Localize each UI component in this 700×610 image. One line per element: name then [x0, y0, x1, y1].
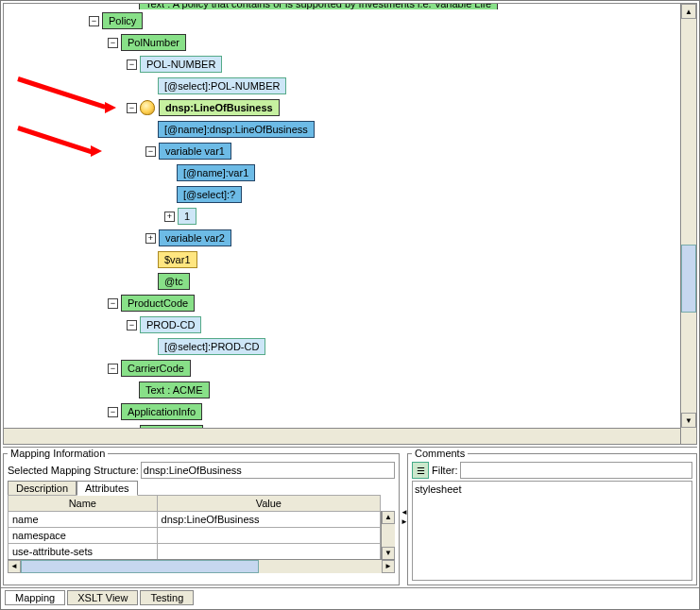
cell-name[interactable]: use-attribute-sets	[9, 544, 158, 560]
node-label[interactable]: @tc	[158, 273, 190, 290]
tree-node[interactable]: [@select]:POL-NUMBER	[89, 76, 680, 96]
table-row[interactable]: namespace	[9, 528, 381, 544]
collapse-icon[interactable]: −	[108, 364, 118, 374]
app-window: Text : A policy that contains or is supp…	[0, 0, 700, 610]
node-label[interactable]: $var1	[158, 251, 197, 268]
node-label[interactable]: Text : A policy that contains or is supp…	[139, 4, 498, 9]
scroll-up-button[interactable]: ▲	[681, 4, 696, 19]
node-label[interactable]: PROD-CD	[140, 316, 201, 333]
node-label[interactable]: [@select]:?	[177, 186, 242, 203]
tree-node[interactable]: −PolNumber	[89, 32, 680, 53]
cell-name[interactable]: namespace	[9, 528, 158, 544]
table-row[interactable]: use-attribute-sets	[9, 544, 381, 560]
comments-panel: Comments ☰ Filter: stylesheet	[407, 448, 697, 585]
structure-label: Selected Mapping Structure:	[8, 465, 139, 476]
horizontal-scrollbar[interactable]	[4, 428, 680, 444]
tree-node[interactable]: −Policy	[89, 10, 680, 31]
comments-legend: Comments	[412, 448, 468, 459]
collapse-icon[interactable]: −	[108, 407, 118, 417]
collapse-icon[interactable]: −	[89, 16, 99, 26]
btab-testing[interactable]: Testing	[140, 590, 194, 605]
tree-node[interactable]: −ApplicationInfo	[89, 401, 680, 422]
mapping-info-panel: Mapping Information Selected Mapping Str…	[3, 448, 400, 585]
tree-node[interactable]: −variable var1	[89, 141, 680, 161]
vertical-scrollbar[interactable]: ▲ ▼	[680, 4, 696, 444]
comment-item[interactable]: stylesheet	[415, 483, 690, 495]
btab-xslt[interactable]: XSLT View	[67, 590, 138, 605]
tab-attributes[interactable]: Attributes	[77, 481, 137, 496]
tree-node[interactable]: [@select]:PROD-CD	[89, 336, 680, 357]
node-label[interactable]: Policy	[102, 12, 143, 29]
tree-viewport[interactable]: Text : A policy that contains or is supp…	[4, 4, 680, 428]
node-label[interactable]: variable var2	[159, 229, 231, 246]
node-label[interactable]: ApplicationInfo	[121, 403, 202, 420]
node-label[interactable]: [@name]:var1	[177, 164, 255, 181]
node-label[interactable]: dnsp:LineOfBusiness	[159, 99, 280, 116]
attributes-table: Name Value namednsp:LineOfBusinessnamesp…	[8, 495, 381, 560]
mapping-legend: Mapping Information	[8, 448, 108, 459]
cell-value[interactable]: dnsp:LineOfBusiness	[157, 512, 380, 528]
node-label[interactable]: [@select]:POL-NUMBER	[158, 77, 286, 94]
collapse-icon[interactable]: −	[127, 320, 137, 330]
tab-description[interactable]: Description	[8, 481, 77, 496]
btab-mapping[interactable]: Mapping	[5, 590, 65, 605]
col-value[interactable]: Value	[157, 496, 380, 512]
structure-input[interactable]	[141, 462, 395, 479]
splitter-left-icon: ◄	[401, 508, 406, 516]
attributes-table-wrap: Name Value namednsp:LineOfBusinessnamesp…	[8, 495, 395, 573]
tree-node[interactable]: +variable var2	[89, 228, 680, 248]
tree-node[interactable]: Text : ACME	[89, 380, 680, 400]
filter-label: Filter:	[432, 465, 458, 476]
tree-node[interactable]: @tc	[89, 271, 680, 292]
col-name[interactable]: Name	[9, 496, 158, 512]
expand-icon[interactable]: +	[164, 212, 175, 222]
node-label[interactable]: POL-NUMBER	[140, 56, 222, 73]
node-label[interactable]: Text : ACME	[139, 381, 210, 398]
collapse-icon[interactable]: −	[127, 59, 137, 70]
table-row[interactable]: namednsp:LineOfBusiness	[9, 512, 381, 528]
tree-node[interactable]: [@select]:?	[89, 184, 680, 205]
table-hscroll[interactable]: ◄ ►	[8, 559, 395, 573]
scroll-down-button[interactable]: ▼	[681, 413, 696, 428]
cell-name[interactable]: name	[9, 512, 158, 528]
tree-node[interactable]: −POL-NUMBER	[89, 54, 680, 75]
table-scroll-up[interactable]: ▲	[382, 511, 395, 524]
node-label[interactable]: [@name]:dnsp:LineOfBusiness	[158, 121, 315, 138]
tree-node[interactable]: [@name]:var1	[89, 162, 680, 183]
tree-node[interactable]: $var1	[89, 249, 680, 270]
table-scroll-left[interactable]: ◄	[8, 560, 21, 573]
bottom-tab-bar: Mapping XSLT View Testing	[1, 587, 699, 609]
comments-list[interactable]: stylesheet	[412, 481, 692, 581]
node-label[interactable]: [@select]:PROD-CD	[158, 338, 265, 355]
collapse-icon[interactable]: −	[145, 146, 156, 157]
filter-input[interactable]	[460, 462, 693, 479]
node-label[interactable]: variable var1	[159, 143, 231, 160]
collapse-icon[interactable]: −	[127, 103, 137, 113]
table-scroll-down[interactable]: ▼	[382, 547, 395, 560]
filter-icon[interactable]: ☰	[412, 462, 429, 479]
cell-value[interactable]	[157, 528, 380, 544]
table-vscroll[interactable]: ▲ ▼	[381, 511, 395, 560]
cell-value[interactable]	[157, 544, 380, 560]
splitter-right-icon: ►	[401, 517, 406, 525]
bottom-panels: Mapping Information Selected Mapping Str…	[3, 447, 697, 585]
node-label[interactable]: ProductCode	[121, 295, 195, 312]
panel-splitter[interactable]: ◄ ►	[400, 448, 407, 585]
tree-node[interactable]: −CarrierCode	[89, 358, 680, 379]
lightbulb-icon	[140, 100, 155, 115]
node-label[interactable]: 1	[178, 208, 196, 225]
node-label[interactable]: PolNumber	[121, 34, 186, 51]
collapse-icon[interactable]: −	[108, 298, 118, 309]
tree-node[interactable]: +1	[89, 206, 680, 227]
collapse-icon[interactable]: −	[108, 38, 118, 48]
tree-node[interactable]: −ProductCode	[89, 293, 680, 313]
tree-node[interactable]: −dnsp:LineOfBusiness	[89, 97, 680, 118]
table-hscroll-thumb[interactable]	[21, 560, 259, 573]
scroll-thumb[interactable]	[681, 245, 696, 313]
tree-node[interactable]: −PROD-CD	[89, 314, 680, 335]
tree-node[interactable]: Text : A policy that contains or is supp…	[89, 4, 680, 9]
node-label[interactable]: CarrierCode	[121, 360, 191, 377]
tree-node[interactable]: [@name]:dnsp:LineOfBusiness	[89, 119, 680, 140]
table-scroll-right[interactable]: ►	[382, 560, 395, 573]
expand-icon[interactable]: +	[145, 233, 156, 244]
